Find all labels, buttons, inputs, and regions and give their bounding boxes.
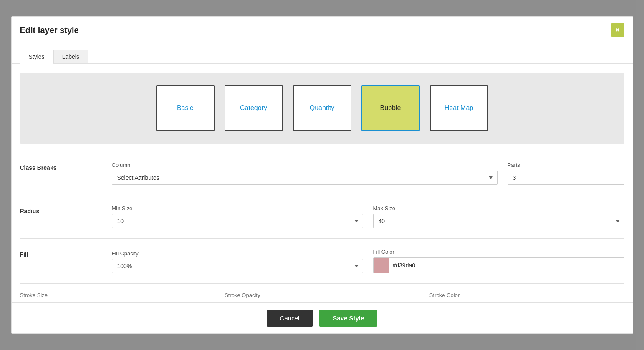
fill-color-field[interactable] (373, 257, 624, 273)
column-label: Column (112, 162, 498, 168)
class-breaks-section: Class Breaks Column Select Attributes Pa… (20, 152, 624, 195)
max-size-select[interactable]: 40 (373, 214, 624, 228)
parts-input[interactable] (508, 171, 624, 185)
style-card-bubble[interactable]: Bubble (361, 85, 420, 131)
parts-label: Parts (508, 162, 624, 168)
parts-field-group: Parts (508, 162, 624, 185)
stroke-size-label: Stroke Size (20, 292, 215, 298)
stroke-color-label: Stroke Color (429, 292, 624, 298)
min-size-label: Min Size (112, 205, 363, 212)
fill-label: Fill (20, 249, 104, 258)
max-size-label: Max Size (373, 205, 624, 212)
column-field-group: Column Select Attributes (112, 162, 498, 185)
style-card-heatmap[interactable]: Heat Map (430, 85, 488, 131)
fill-opacity-label: Fill Opacity (112, 250, 363, 257)
class-breaks-label: Class Breaks (20, 162, 104, 171)
fill-color-label: Fill Color (373, 249, 624, 255)
style-card-quantity[interactable]: Quantity (293, 85, 351, 131)
fill-opacity-field-group: Fill Opacity 100% (112, 250, 363, 273)
tab-labels[interactable]: Labels (53, 50, 88, 63)
save-style-button[interactable]: Save Style (319, 310, 377, 327)
radius-fields: Min Size 10 Max Size 40 (112, 205, 624, 228)
close-button[interactable]: × (611, 23, 624, 37)
radius-label: Radius (20, 205, 104, 214)
fill-color-input[interactable] (389, 259, 624, 272)
min-size-field-group: Min Size 10 (112, 205, 363, 228)
fill-fields: Fill Opacity 100% Fill Color (112, 249, 624, 273)
style-card-basic[interactable]: Basic (156, 85, 215, 131)
stroke-opacity-label: Stroke Opacity (225, 292, 419, 298)
tabs-bar: Styles Labels (12, 43, 633, 64)
form-content: Class Breaks Column Select Attributes Pa… (12, 152, 633, 302)
cancel-button[interactable]: Cancel (267, 310, 313, 327)
modal-overlay: Edit layer style × Styles Labels Basic C… (0, 0, 644, 350)
min-size-select[interactable]: 10 (112, 214, 363, 228)
modal-footer: Cancel Save Style (12, 302, 633, 333)
fill-opacity-select[interactable]: 100% (112, 259, 363, 273)
edit-layer-style-modal: Edit layer style × Styles Labels Basic C… (11, 16, 633, 334)
radius-section: Radius Min Size 10 Max Size 40 (20, 195, 624, 239)
style-selector: Basic Category Quantity Bubble Heat Map (20, 73, 624, 144)
stroke-section-partial: Stroke Size Stroke Opacity Stroke Color (20, 284, 624, 302)
modal-title: Edit layer style (20, 25, 79, 35)
max-size-field-group: Max Size 40 (373, 205, 624, 228)
style-card-category[interactable]: Category (225, 85, 283, 131)
tab-styles[interactable]: Styles (20, 50, 53, 64)
fill-color-field-group: Fill Color (373, 249, 624, 273)
modal-body: Styles Labels Basic Category Quantity (12, 43, 633, 302)
modal-header: Edit layer style × (12, 17, 633, 43)
fill-color-swatch (374, 258, 389, 273)
class-breaks-fields: Column Select Attributes Parts (112, 162, 624, 185)
column-select[interactable]: Select Attributes (112, 171, 498, 185)
fill-section: Fill Fill Opacity 100% Fill Color (20, 239, 624, 284)
